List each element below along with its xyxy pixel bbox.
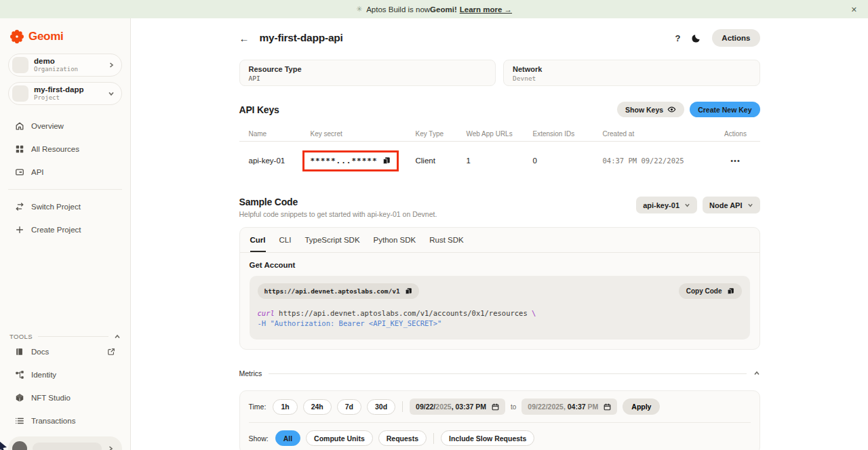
actions-button[interactable]: Actions [712, 29, 760, 47]
snippet-title: Get Account [250, 261, 750, 269]
code-continuation: \ [532, 309, 536, 317]
plus-icon [15, 225, 24, 234]
apply-button[interactable]: Apply [623, 398, 660, 415]
nav-label: Switch Project [31, 203, 81, 211]
metrics-section-header[interactable]: Metrics [239, 369, 760, 377]
sidebar-item-all-resources[interactable]: All Resources [8, 138, 122, 161]
table-header: Name Key secret Key Type Web App URLs Ex… [239, 127, 760, 142]
chevron-down-icon [747, 202, 753, 208]
table-row: api-key-01 *****...***** Client 1 0 04:3… [239, 142, 760, 180]
project-type: Project [34, 94, 102, 101]
logo[interactable]: Geomi [8, 25, 122, 48]
help-icon[interactable]: ? [675, 33, 680, 43]
nav-label: Overview [31, 122, 64, 130]
time-label: Time: [249, 403, 267, 411]
code-block: https://api.devnet.aptoslabs.com/v1 Copy… [250, 276, 750, 340]
api-keys-table: Name Key secret Key Type Web App URLs Ex… [239, 127, 760, 180]
create-project-button[interactable]: Create Project [8, 218, 122, 241]
tab-cli[interactable]: CLI [279, 236, 292, 252]
include-slow-requests-toggle[interactable]: Include Slow Requests [441, 430, 534, 446]
divider [249, 422, 751, 423]
filter-requests-button[interactable]: Requests [378, 430, 427, 446]
endpoint-url: https://api.devnet.aptoslabs.com/v1 [264, 287, 400, 295]
nav-label: Identity [31, 371, 56, 379]
resource-type-label: Resource Type [249, 65, 487, 73]
range-30d-button[interactable]: 30d [367, 399, 395, 415]
copy-icon[interactable] [382, 157, 391, 165]
tools-section-header[interactable]: TOOLS [8, 333, 122, 340]
api-keys-title: API Keys [239, 104, 279, 115]
sidebar-item-identity[interactable]: Identity [8, 363, 122, 386]
chevron-down-icon [108, 90, 115, 97]
sidebar-item-transactions[interactable]: Transactions [8, 409, 122, 432]
col-actions: Actions [721, 130, 751, 138]
calendar-icon [604, 403, 611, 411]
book-icon [15, 347, 24, 356]
range-1h-button[interactable]: 1h [273, 399, 297, 415]
key-select-dropdown[interactable]: api-key-01 [636, 197, 697, 213]
key-secret-annotation-box: *****...***** [302, 150, 399, 171]
to-date-day: 09/22/ [528, 403, 547, 411]
to-date-input[interactable]: 09/22/2025, 04:37 PM [521, 398, 617, 415]
sidebar-item-overview[interactable]: Overview [8, 115, 122, 138]
banner-text: Aptos Build is now [366, 5, 430, 14]
col-key-type: Key Type [416, 130, 467, 138]
project-selector[interactable]: my-first-dapp Project [8, 82, 122, 105]
back-button[interactable]: ← [239, 33, 257, 44]
org-selector[interactable]: demo Organization [8, 54, 122, 77]
metrics-title: Metrics [239, 369, 262, 377]
tab-rust-sdk[interactable]: Rust SDK [429, 236, 464, 252]
sidebar-item-api[interactable]: API [8, 161, 122, 184]
create-new-key-button[interactable]: Create New Key [690, 102, 760, 117]
logo-text: Geomi [28, 30, 63, 43]
sample-code-title: Sample Code [239, 197, 437, 207]
key-secret-value: *****...***** [311, 157, 378, 165]
code-url: https://api.devnet.aptoslabs.com/v1/acco… [275, 309, 532, 317]
col-key-secret: Key secret [311, 130, 416, 138]
from-date-day: 09/22/ [416, 403, 435, 411]
show-keys-button[interactable]: Show Keys [617, 102, 684, 117]
calendar-icon [492, 403, 499, 411]
col-web-app-urls: Web App URLs [467, 130, 533, 138]
show-label: Show: [249, 434, 269, 443]
announcement-banner: ✳ Aptos Build is now Geomi! Learn more →… [0, 0, 868, 18]
range-7d-button[interactable]: 7d [337, 399, 361, 415]
external-link-icon [107, 348, 115, 356]
filter-all-button[interactable]: All [275, 430, 300, 446]
home-icon [15, 121, 24, 131]
api-select-dropdown[interactable]: Node API [703, 197, 760, 213]
sidebar-item-nft-studio[interactable]: NFT Studio [8, 386, 122, 409]
divider [269, 373, 746, 374]
banner-close-icon[interactable]: ✕ [851, 5, 857, 14]
key-name-cell: api-key-01 [249, 157, 311, 165]
nav-label: Transactions [31, 417, 75, 425]
row-actions-menu[interactable]: ••• [721, 157, 751, 165]
project-actions: Switch Project Create Project [8, 195, 122, 241]
org-name: demo [34, 57, 102, 66]
copy-code-button[interactable]: Copy Code [679, 283, 742, 299]
switch-project-button[interactable]: Switch Project [8, 195, 122, 218]
from-date-time: , 03:37 PM [452, 403, 486, 411]
learn-more-link[interactable]: Learn more → [460, 5, 512, 14]
tab-python-sdk[interactable]: Python SDK [374, 236, 416, 252]
range-24h-button[interactable]: 24h [303, 399, 332, 415]
divider [38, 336, 108, 337]
sidebar-item-docs[interactable]: Docs [8, 340, 122, 363]
code-auth-string: "Authorization: Bearer <API_KEY_SECRET>" [270, 319, 441, 327]
dark-mode-toggle-icon[interactable] [691, 33, 701, 43]
tab-typescript-sdk[interactable]: TypeScript SDK [304, 236, 359, 252]
network-label: Network [513, 65, 751, 73]
endpoint-chip[interactable]: https://api.devnet.aptoslabs.com/v1 [258, 283, 419, 299]
api-select-value: Node API [709, 201, 743, 209]
user-account-button[interactable] [8, 436, 122, 450]
from-date-input[interactable]: 09/22/2025, 03:37 PM [410, 398, 505, 415]
divider [433, 433, 434, 444]
sidebar-nav: Overview All Resources API [8, 115, 122, 184]
org-avatar [12, 57, 28, 73]
resource-type-value: API [249, 75, 487, 82]
web-app-urls-cell: 1 [467, 157, 533, 165]
filter-compute-units-button[interactable]: Compute Units [306, 430, 373, 446]
tab-curl[interactable]: Curl [250, 236, 266, 252]
copy-icon [405, 287, 412, 295]
nav-label: Docs [31, 348, 49, 356]
